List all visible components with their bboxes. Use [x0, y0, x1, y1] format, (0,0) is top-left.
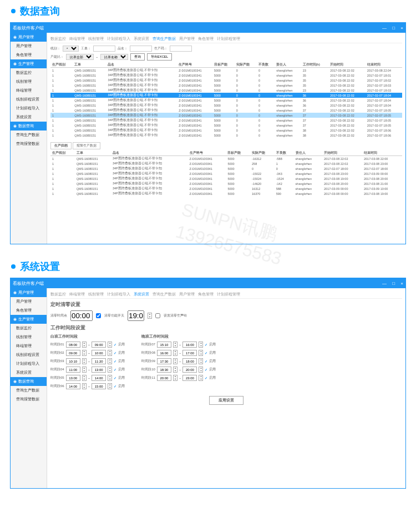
window-max-icon[interactable]: □: [392, 281, 395, 286]
slot-to-input[interactable]: [92, 367, 106, 373]
slot-from-input[interactable]: [157, 358, 171, 364]
sidebar-group-header[interactable]: ◉ 用户管理: [11, 33, 47, 42]
filter-prodcode-input[interactable]: [170, 46, 192, 52]
sidebar-item[interactable]: 终端管理: [11, 86, 47, 95]
spinner-icon[interactable]: ▲▼: [173, 342, 177, 348]
slot-to-input[interactable]: [182, 367, 197, 373]
slot-to-input[interactable]: [92, 350, 106, 356]
table-row[interactable]: 1QMS-1608015134P面阵叠板连接器公端,不带卡扣Z-D01M0100…: [50, 88, 402, 93]
sidebar-item[interactable]: 线别管理: [11, 77, 47, 86]
window-min-icon[interactable]: —: [382, 26, 387, 31]
slot-to-input[interactable]: [182, 342, 197, 348]
nav-tab[interactable]: 角色管理: [198, 292, 214, 296]
table-row[interactable]: 1QMS-1608015134P面阵叠板连接器公端,不带卡扣Z-D01M0100…: [50, 68, 402, 73]
table-row[interactable]: 1QMS-1608015134P面阵叠板连接器公端,不带卡扣Z-D01M0100…: [50, 171, 402, 176]
nav-tab[interactable]: 系统设置: [134, 292, 149, 296]
sidebar-item[interactable]: 计划排程导入: [11, 359, 47, 368]
sidebar-item[interactable]: 线别排程设置: [11, 95, 47, 104]
table-row[interactable]: 1QMS-1608015134P面阵叠板连接器公端,不带卡扣Z-D01M0100…: [50, 83, 402, 88]
nav-tab[interactable]: 终端管理: [69, 37, 85, 41]
slot-from-input[interactable]: [66, 383, 80, 389]
slot-to-input[interactable]: [182, 375, 197, 381]
sub-tab[interactable]: 报警生产数据: [73, 142, 100, 149]
sidebar-item[interactable]: 终端管理: [11, 342, 47, 350]
sidebar-group-header[interactable]: ◉ 数据查询: [11, 377, 47, 386]
spinner-icon[interactable]: ▲▼: [108, 358, 112, 364]
spinner-icon[interactable]: ▲▼: [108, 350, 112, 356]
slot-from-input[interactable]: [157, 375, 171, 381]
spinner-icon[interactable]: ▲▼: [82, 350, 87, 356]
mute-alarm-checkbox[interactable]: [155, 313, 160, 318]
sidebar-item[interactable]: 查询生产数据: [11, 386, 47, 395]
nav-tab[interactable]: 计划排程管理: [217, 292, 240, 296]
nav-tab[interactable]: 计划排程管理: [217, 37, 240, 41]
spinner-icon[interactable]: ▲▼: [199, 375, 203, 381]
filter-compare-select[interactable]: 比率全部: [66, 54, 94, 60]
table-row[interactable]: 1QMS-1608015134P面阵叠板连接器公端,不带卡扣Z-D01M0100…: [50, 181, 402, 186]
sidebar-item[interactable]: 用户管理: [11, 297, 47, 306]
slot-to-input[interactable]: [92, 375, 106, 381]
sidebar-item[interactable]: 数据监控: [11, 68, 47, 77]
spinner-icon[interactable]: ▲▼: [108, 383, 112, 389]
sidebar-item[interactable]: 数据监控: [11, 324, 47, 333]
slot-from-input[interactable]: [157, 350, 171, 356]
window-max-icon[interactable]: □: [392, 26, 395, 31]
nav-tab[interactable]: 查询生产数据: [153, 292, 176, 296]
spinner-icon[interactable]: ▲▼: [173, 350, 177, 356]
window-close-icon[interactable]: ×: [400, 281, 403, 286]
slot-to-input[interactable]: [182, 358, 197, 364]
spinner-icon[interactable]: ▲▼: [173, 358, 177, 364]
sidebar-group-header[interactable]: ◉ 生产管理: [11, 315, 47, 324]
table-row[interactable]: 1QMS-1608015134P面阵叠板连接器公端,不带卡扣Z-D01M0100…: [50, 186, 402, 191]
table-row[interactable]: 1QMS-1608015134P面阵叠板连接器公端,不带卡扣Z-D01M0100…: [50, 108, 402, 113]
table-row[interactable]: 1QMS-1608015134P面阵叠板连接器公端,不带卡扣Z-D01M0100…: [50, 78, 402, 83]
slot-from-input[interactable]: [66, 342, 80, 348]
slot-to-input[interactable]: [182, 350, 197, 356]
spinner-icon[interactable]: ▲▼: [173, 367, 177, 373]
sidebar-group-header[interactable]: ◉ 生产管理: [11, 59, 47, 68]
table-row[interactable]: 1QMS-1608015134P面阵叠板连接器公端,不带卡扣Z-D01M0100…: [50, 161, 402, 166]
nav-tab[interactable]: 系统设置: [134, 37, 149, 41]
sidebar-item[interactable]: 线别管理: [11, 333, 47, 342]
table-row[interactable]: 1QMS-1608015134P面阵叠板连接器公端,不带卡扣Z-D01M0100…: [50, 123, 402, 128]
slot-from-input[interactable]: [66, 350, 80, 356]
sidebar-item[interactable]: 线别排程设置: [11, 350, 47, 359]
nav-tab[interactable]: 查询生产数据: [153, 37, 176, 41]
slot-from-input[interactable]: [157, 342, 171, 348]
clear-time-input[interactable]: [128, 310, 144, 321]
spinner-icon[interactable]: ▲▼: [199, 367, 203, 373]
sidebar-item[interactable]: 系统设置: [11, 368, 47, 377]
table-row[interactable]: 1QMS-1608015134P面阵叠板连接器公端,不带卡扣Z-D01M0100…: [50, 113, 402, 118]
spinner-icon[interactable]: ▲▼: [199, 350, 203, 356]
nav-tab[interactable]: 线别管理: [88, 37, 104, 41]
sidebar-item[interactable]: 查询报警数据: [11, 139, 47, 148]
slot-from-input[interactable]: [66, 358, 80, 364]
nav-tab[interactable]: 数据监控: [50, 37, 66, 41]
slot-from-input[interactable]: [66, 375, 80, 381]
sidebar-group-header[interactable]: ◉ 用户管理: [11, 288, 47, 297]
sidebar-item[interactable]: 计划排程导入: [11, 104, 47, 113]
sidebar-item[interactable]: 用户管理: [11, 42, 47, 51]
table-row[interactable]: 1QMS-1608015134P面阵叠板连接器公端,不带卡扣Z-D01M0100…: [50, 93, 402, 98]
spinner-icon[interactable]: ▲▼: [108, 367, 112, 373]
sidebar-item[interactable]: 角色管理: [11, 51, 47, 59]
nav-tab[interactable]: 用户管理: [179, 37, 195, 41]
query-button[interactable]: 查询: [130, 53, 145, 61]
spinner-icon[interactable]: ▲▼: [82, 383, 87, 389]
spinner-icon[interactable]: ▲▼: [82, 375, 87, 381]
clear-interval-input[interactable]: [70, 310, 93, 321]
sub-tab[interactable]: 生产归档: [50, 142, 72, 149]
table-row[interactable]: 1QMS-1608015134P面阵叠板连接器公端,不带卡扣Z-D01M0100…: [50, 73, 402, 78]
sidebar-item[interactable]: 角色管理: [11, 306, 47, 315]
nav-tab[interactable]: 线别管理: [88, 292, 104, 296]
sidebar-group-header[interactable]: ◉ 数据查询: [11, 122, 47, 131]
nav-tab[interactable]: 用户管理: [179, 292, 195, 296]
slot-from-input[interactable]: [66, 367, 80, 373]
spinner-icon[interactable]: ▲▼: [82, 358, 87, 364]
filter-order-input[interactable]: [93, 46, 115, 52]
spinner-icon[interactable]: ▲▼: [108, 342, 112, 348]
table-row[interactable]: 1QMS-1608015134P面阵叠板连接器公端,不带卡扣Z-D01M0100…: [50, 191, 402, 196]
spinner-icon[interactable]: ▲▼: [199, 342, 203, 348]
slot-from-input[interactable]: [157, 367, 171, 373]
window-close-icon[interactable]: ×: [400, 26, 403, 31]
